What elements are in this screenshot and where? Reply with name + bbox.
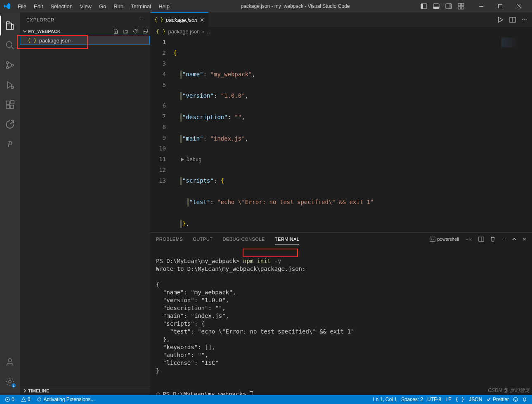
svg-rect-26 <box>430 237 435 242</box>
json-file-icon: { } <box>28 38 37 43</box>
tab-debug-console[interactable]: DEBUG CONSOLE <box>222 234 265 244</box>
editor-more-icon[interactable]: ⋯ <box>522 16 527 23</box>
new-terminal-icon[interactable]: ＋ <box>465 236 473 242</box>
status-encoding[interactable]: UTF-8 <box>426 395 443 404</box>
code-content[interactable]: { "name": "my_webpack", "version": "1.0.… <box>173 36 374 232</box>
prettier-p-icon[interactable]: P <box>0 134 20 154</box>
split-editor-icon[interactable] <box>509 16 516 23</box>
layout-customize-icon[interactable] <box>455 0 467 12</box>
menu-run[interactable]: Run <box>111 0 126 12</box>
source-control-icon[interactable] <box>0 55 20 75</box>
remote-icon[interactable] <box>0 115 20 134</box>
status-bar: 0 0 Activating Extensions... Ln 1, Col 1… <box>0 395 532 404</box>
terminal-cmd: npm init <box>243 258 271 264</box>
status-bell-icon[interactable] <box>520 395 529 404</box>
trash-icon[interactable] <box>490 236 496 242</box>
terminal-output-body: { "name": "my_webpack", "version": "1.0.… <box>156 281 354 374</box>
menu-selection[interactable]: Selection <box>47 0 75 12</box>
svg-rect-1 <box>421 4 423 9</box>
svg-point-22 <box>9 381 11 383</box>
layout-bottom-icon[interactable] <box>430 0 442 12</box>
menu-edit[interactable]: Edit <box>31 0 46 12</box>
status-language[interactable]: { } JSON <box>454 395 484 404</box>
menu-view[interactable]: View <box>77 0 95 12</box>
terminal-content[interactable]: PS D:\MyLean\my_webpack> npm init -y Wro… <box>150 246 532 395</box>
annotation-box <box>243 249 298 257</box>
new-folder-icon[interactable] <box>123 28 128 34</box>
main-area: P 1 EXPLORER ⋯ MY_WEBPACK { } package.js… <box>0 12 532 395</box>
minimap[interactable] <box>501 38 526 47</box>
watermark-text: CSDN @ 梦幻通灵 <box>488 387 530 394</box>
minimize-button[interactable] <box>472 0 491 12</box>
tab-label: package.json <box>166 17 198 23</box>
run-debug-icon[interactable] <box>0 75 20 95</box>
settings-gear-icon[interactable]: 1 <box>0 372 20 392</box>
svg-point-16 <box>11 86 14 89</box>
extensions-icon[interactable] <box>0 95 20 115</box>
explorer-icon[interactable] <box>0 16 20 35</box>
svg-rect-18 <box>6 105 9 108</box>
project-section[interactable]: MY_WEBPACK <box>20 27 150 36</box>
collapse-all-icon[interactable] <box>142 28 148 34</box>
svg-rect-8 <box>458 7 461 9</box>
panel-tabs: PROBLEMS OUTPUT DEBUG CONSOLE TERMINAL p… <box>150 233 532 246</box>
tab-close-icon[interactable]: ✕ <box>200 17 204 23</box>
panel-more-icon[interactable]: ⋯ <box>501 237 506 242</box>
file-tree-item[interactable]: { } package.json <box>20 36 150 45</box>
status-prettier[interactable]: Prettier <box>485 395 511 404</box>
svg-rect-6 <box>458 3 461 6</box>
breadcrumb[interactable]: { } package.json › … <box>150 27 532 36</box>
terminal-prompt: PS D:\MyLean\my_webpack> <box>163 391 250 395</box>
debug-codelens[interactable]: Debug <box>173 155 374 164</box>
accounts-icon[interactable] <box>0 352 20 372</box>
terminal-shell-select[interactable]: powershell <box>430 236 459 242</box>
chevron-up-icon[interactable] <box>512 237 517 242</box>
svg-point-31 <box>514 399 515 399</box>
refresh-icon[interactable] <box>132 28 138 34</box>
json-file-icon: { } <box>156 28 166 35</box>
menu-help[interactable]: Help <box>156 0 173 12</box>
search-icon[interactable] <box>0 35 20 55</box>
svg-rect-17 <box>6 101 9 104</box>
status-warnings[interactable]: 0 <box>19 395 32 404</box>
timeline-section[interactable]: TIMELINE <box>20 386 150 395</box>
explorer-title: EXPLORER <box>26 17 54 22</box>
tab-terminal[interactable]: TERMINAL <box>275 234 300 244</box>
status-activating[interactable]: Activating Extensions... <box>35 395 96 404</box>
file-name: package.json <box>39 38 71 44</box>
project-name: MY_WEBPACK <box>28 29 61 34</box>
status-lncol[interactable]: Ln 1, Col 1 <box>371 395 399 404</box>
explorer-more-icon[interactable]: ⋯ <box>138 17 143 22</box>
svg-point-13 <box>7 62 9 64</box>
terminal-output-line: Wrote to D:\MyLean\my_webpack\package.js… <box>156 265 305 272</box>
breadcrumb-file: package.json <box>168 28 200 35</box>
chevron-right-icon <box>22 388 27 393</box>
status-eol[interactable]: LF <box>444 395 453 404</box>
panel-close-icon[interactable]: ✕ <box>523 237 526 242</box>
breadcrumb-ell: … <box>206 28 212 35</box>
menu-go[interactable]: Go <box>96 0 109 12</box>
tab-problems[interactable]: PROBLEMS <box>156 234 183 244</box>
menu-terminal[interactable]: Terminal <box>128 0 154 12</box>
title-bar: FFileile Edit Selection View Go Run Term… <box>0 0 532 12</box>
run-icon[interactable] <box>497 16 504 23</box>
status-feedback-icon[interactable] <box>511 395 520 404</box>
layout-left-icon[interactable] <box>418 0 430 12</box>
editor-tab[interactable]: { } package.json ✕ <box>150 12 209 27</box>
new-file-icon[interactable] <box>113 28 118 34</box>
split-terminal-icon[interactable] <box>478 236 484 242</box>
status-spaces[interactable]: Spaces: 2 <box>400 395 425 404</box>
svg-point-15 <box>12 64 14 66</box>
svg-point-21 <box>8 359 12 362</box>
status-errors[interactable]: 0 <box>3 395 16 404</box>
tab-output[interactable]: OUTPUT <box>193 234 213 244</box>
svg-rect-3 <box>433 7 439 9</box>
json-file-icon: { } <box>154 17 163 23</box>
activity-bar: P 1 <box>0 12 20 395</box>
close-button[interactable] <box>510 0 529 12</box>
menu-file[interactable]: FFileile <box>15 0 29 12</box>
maximize-button[interactable] <box>491 0 510 12</box>
layout-right-icon[interactable] <box>443 0 454 12</box>
code-area[interactable]: 1 2 3 4 5 6 7 8 9 10 11 12 13 { "name": … <box>150 36 532 232</box>
bottom-panel: PROBLEMS OUTPUT DEBUG CONSOLE TERMINAL p… <box>150 232 532 395</box>
